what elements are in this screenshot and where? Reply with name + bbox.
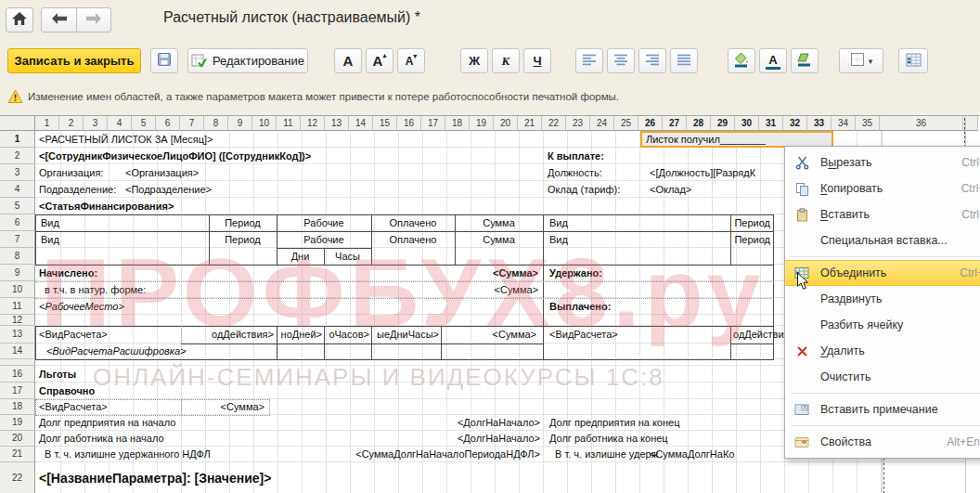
sheet-cell[interactable]: <[Должность][РазрядК — [650, 164, 755, 181]
column-header[interactable]: 34 — [832, 116, 856, 131]
sheet-cell[interactable]: Период — [734, 214, 770, 231]
sheet-cell[interactable]: Организация: — [39, 164, 103, 181]
column-header[interactable]: 17 — [421, 116, 445, 131]
sheet-cell[interactable]: Подразделение: — [39, 181, 116, 198]
column-header[interactable]: 3 — [84, 116, 108, 131]
row-header[interactable] — [0, 359, 35, 366]
sheet-cell[interactable]: Сумма — [455, 214, 543, 231]
column-header[interactable]: 1 — [35, 116, 59, 131]
row-header[interactable]: 18 — [0, 399, 35, 415]
sheet-cell[interactable]: <ДолгНаНачало> — [458, 415, 540, 431]
menu-item-split-cell[interactable]: Разбить ячейку — [785, 312, 980, 338]
font-button[interactable]: А — [334, 48, 362, 73]
fill-color-button[interactable] — [728, 48, 755, 73]
row-header[interactable]: 5 — [0, 198, 35, 214]
sheet-cell[interactable]: Долг предприятия на конец — [549, 415, 679, 431]
save-close-button[interactable]: Записать и закрыть — [7, 48, 141, 73]
sheet-cell[interactable]: Начислено: — [39, 265, 97, 281]
menu-item-cut[interactable]: ВырезатьCtrl+X — [785, 149, 980, 175]
column-header[interactable]: 7 — [180, 116, 204, 131]
column-header[interactable]: 8 — [204, 116, 228, 131]
row-header[interactable]: 2 — [0, 148, 35, 164]
sheet-cell[interactable]: <РабочееМесто> — [39, 298, 124, 315]
font-increase-button[interactable]: А ▴ — [366, 48, 393, 73]
row-header[interactable]: 19 — [0, 415, 35, 431]
column-header[interactable]: 9 — [228, 116, 252, 131]
sheet-cell[interactable]: Долг предприятия на начало — [39, 415, 175, 431]
row-header[interactable]: 22 — [0, 462, 35, 493]
sheet-cell[interactable]: Оклад (тариф): — [548, 181, 620, 198]
column-header[interactable]: 5 — [132, 116, 156, 131]
sheet-cell[interactable]: К выплате: — [548, 148, 604, 164]
column-header[interactable]: 21 — [518, 116, 542, 131]
sheet-cell[interactable]: Должность: — [548, 164, 602, 181]
sheet-cell[interactable]: Период — [209, 214, 277, 231]
column-header[interactable]: 32 — [783, 116, 807, 131]
sheet-cell[interactable]: Выплачено: — [549, 298, 611, 315]
column-header[interactable]: 30 — [735, 116, 759, 131]
column-header[interactable]: 4 — [108, 116, 132, 131]
menu-item-paste[interactable]: ВставитьCtrl+V — [785, 201, 980, 227]
column-header[interactable]: 26 — [638, 116, 663, 131]
column-header[interactable]: 6 — [156, 116, 180, 131]
home-button[interactable] — [6, 7, 33, 32]
edit-mode-button[interactable]: Редактирование — [187, 48, 308, 73]
column-header[interactable]: 20 — [494, 116, 518, 131]
sheet-cell[interactable]: Вид — [549, 231, 568, 248]
column-header[interactable]: 14 — [349, 116, 373, 131]
sheet-cell[interactable]: ыеДниЧасы> — [377, 326, 439, 344]
sheet-cell[interactable]: <Подразделение> — [125, 181, 212, 198]
column-header[interactable]: 36 — [880, 116, 963, 131]
row-header[interactable]: 11 — [0, 298, 35, 315]
row-header[interactable]: 3 — [0, 164, 35, 181]
column-header[interactable]: 35 — [856, 116, 880, 131]
column-header[interactable]: 13 — [325, 116, 349, 131]
row-header[interactable]: 20 — [0, 431, 35, 447]
sheet-cell[interactable]: Период — [734, 231, 770, 248]
sheet-cell[interactable]: Льготы — [39, 366, 76, 383]
sheet-cell[interactable]: Вид — [41, 214, 59, 231]
named-areas-button[interactable] — [898, 48, 928, 73]
column-header[interactable]: 16 — [397, 116, 421, 131]
sheet-cell[interactable]: оЧасов> — [329, 326, 369, 344]
sheet-cell[interactable]: Вид — [549, 214, 568, 231]
sheet-cell[interactable]: <Организация> — [125, 164, 199, 181]
font-color-button[interactable]: А — [759, 48, 787, 73]
sheet-cell[interactable]: <[НазваниеПараметра]: [Значение]> — [39, 462, 271, 493]
row-header[interactable]: 21 — [0, 447, 35, 462]
column-header[interactable]: 10 — [252, 116, 277, 131]
menu-item-clear[interactable]: Очистить — [785, 364, 980, 390]
sheet-cell[interactable]: Вид — [41, 231, 59, 248]
row-header[interactable]: 16 — [0, 366, 35, 383]
sheet-cell[interactable]: <ДолгНаНачало> — [458, 431, 540, 447]
column-header[interactable]: 22 — [542, 116, 566, 131]
menu-item-insert-comment[interactable]: AВставить примечание — [785, 396, 980, 422]
column-header[interactable]: 29 — [711, 116, 735, 131]
column-header[interactable]: 23 — [566, 116, 590, 131]
row-header[interactable]: 6 — [0, 214, 35, 231]
sheet-cell[interactable]: <ВидРасчета> — [549, 326, 618, 344]
sheet-corner[interactable] — [0, 116, 35, 131]
underline-button[interactable]: Ч — [523, 48, 551, 73]
sheet-cell[interactable]: Долг работника на конец — [549, 431, 668, 447]
borders-button[interactable]: ▾ — [839, 48, 883, 73]
row-header[interactable]: 17 — [0, 383, 35, 399]
sheet-cell[interactable]: В т. ч. излишне удерж — [555, 447, 658, 462]
align-justify-button[interactable] — [670, 48, 698, 73]
column-header[interactable]: 25 — [614, 116, 638, 131]
sheet-cell[interactable]: <ВидРасчетаРасшифровка> — [46, 344, 187, 359]
align-left-button[interactable] — [575, 48, 603, 73]
sheet-cell[interactable]: <СтатьяФинансирования> — [39, 198, 174, 214]
sheet-cell[interactable]: <ВидРасчета> — [39, 399, 108, 415]
sheet-cell[interactable]: <Сумма> — [493, 265, 538, 281]
row-header[interactable]: 10 — [0, 281, 35, 298]
sheet-cell[interactable]: ноДней> — [281, 326, 322, 344]
sheet-cell[interactable]: Сумма — [455, 231, 543, 248]
column-header[interactable]: 24 — [590, 116, 614, 131]
row-header[interactable]: 4 — [0, 181, 35, 198]
align-center-button[interactable] — [607, 48, 635, 73]
column-header[interactable]: 28 — [687, 116, 711, 131]
row-header[interactable]: 12 — [0, 315, 35, 326]
sheet-cell[interactable]: <Сумма> — [495, 281, 538, 298]
sheet-cell[interactable]: Рабочие — [277, 214, 371, 231]
